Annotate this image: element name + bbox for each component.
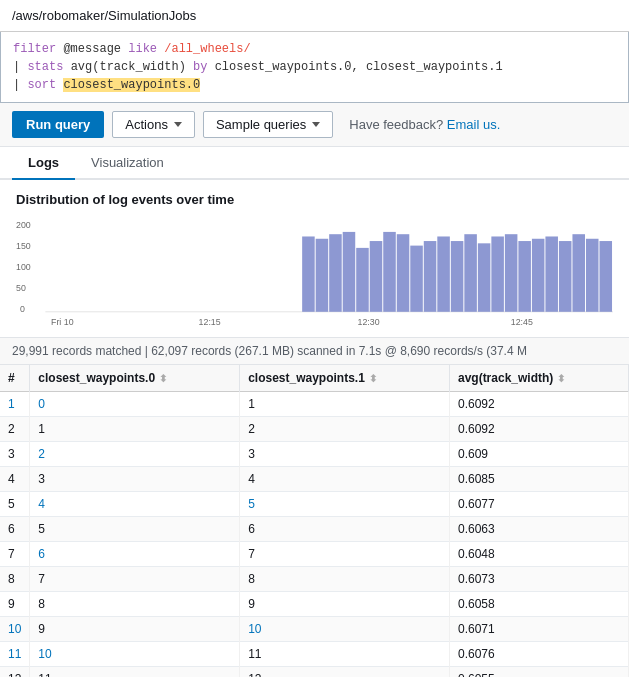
- chart-container: 200 150 100 50 0 Fri 1012:1512:3012:45: [16, 215, 613, 325]
- cell-wp1: 6: [240, 517, 450, 542]
- svg-rect-18: [464, 234, 477, 312]
- cell-wp1[interactable]: 10: [240, 617, 450, 642]
- cell-wp0[interactable]: 2: [30, 442, 240, 467]
- cell-avg: 0.6071: [449, 617, 628, 642]
- svg-rect-14: [410, 246, 423, 312]
- col-header-avg[interactable]: avg(track_width) ⬍: [449, 365, 628, 392]
- svg-rect-26: [572, 234, 585, 312]
- cell-num: 12: [0, 667, 30, 678]
- svg-text:12:45: 12:45: [511, 317, 533, 325]
- cell-num[interactable]: 10: [0, 617, 30, 642]
- stats-bar: 29,991 records matched | 62,097 records …: [0, 338, 629, 365]
- table-row: 3230.609: [0, 442, 629, 467]
- table-row: 6560.6063: [0, 517, 629, 542]
- sample-queries-label: Sample queries: [216, 117, 306, 132]
- table-row: 5450.6077: [0, 492, 629, 517]
- tab-visualization[interactable]: Visualization: [75, 147, 180, 180]
- table-row: 109100.6071: [0, 617, 629, 642]
- svg-text:12:15: 12:15: [199, 317, 221, 325]
- svg-rect-12: [383, 232, 396, 312]
- cell-wp1: 1: [240, 392, 450, 417]
- cell-wp1[interactable]: 5: [240, 492, 450, 517]
- cell-num: 3: [0, 442, 30, 467]
- table-body: 1010.60922120.60923230.6094340.60855450.…: [0, 392, 629, 678]
- svg-text:50: 50: [16, 282, 26, 293]
- col-header-wp0[interactable]: closest_waypoints.0 ⬍: [30, 365, 240, 392]
- table-row: 2120.6092: [0, 417, 629, 442]
- svg-rect-23: [532, 239, 545, 312]
- cell-wp0: 8: [30, 592, 240, 617]
- svg-text:12:30: 12:30: [358, 317, 380, 325]
- results-table: # closest_waypoints.0 ⬍ closest_waypoint…: [0, 365, 629, 677]
- table-header-row: # closest_waypoints.0 ⬍ closest_waypoint…: [0, 365, 629, 392]
- cell-num[interactable]: 1: [0, 392, 30, 417]
- chart-title: Distribution of log events over time: [16, 192, 613, 207]
- svg-rect-8: [329, 234, 342, 312]
- cell-avg: 0.6063: [449, 517, 628, 542]
- svg-rect-16: [437, 236, 450, 311]
- svg-text:0: 0: [20, 303, 25, 314]
- col-header-wp1[interactable]: closest_waypoints.1 ⬍: [240, 365, 450, 392]
- svg-text:150: 150: [16, 241, 31, 252]
- sample-queries-button[interactable]: Sample queries: [203, 111, 333, 138]
- cell-wp1: 8: [240, 567, 450, 592]
- stats-text: 29,991 records matched | 62,097 records …: [12, 344, 527, 358]
- path-text: /aws/robomaker/SimulationJobs: [12, 8, 196, 23]
- svg-rect-28: [599, 241, 612, 312]
- svg-rect-9: [343, 232, 356, 312]
- sort-icon-avg: ⬍: [557, 373, 565, 384]
- cell-wp0[interactable]: 6: [30, 542, 240, 567]
- cell-wp0: 5: [30, 517, 240, 542]
- cell-num: 4: [0, 467, 30, 492]
- cell-avg: 0.6048: [449, 542, 628, 567]
- tabs-bar: Logs Visualization: [0, 147, 629, 180]
- chart-area: Distribution of log events over time 200…: [0, 180, 629, 338]
- cell-num: 6: [0, 517, 30, 542]
- path-bar: /aws/robomaker/SimulationJobs: [0, 0, 629, 32]
- cell-num: 2: [0, 417, 30, 442]
- cell-wp0[interactable]: 4: [30, 492, 240, 517]
- cell-avg: 0.6092: [449, 417, 628, 442]
- cell-wp1: 9: [240, 592, 450, 617]
- svg-rect-13: [397, 234, 410, 312]
- svg-rect-27: [586, 239, 599, 312]
- sort-icon-wp1: ⬍: [369, 373, 377, 384]
- cell-num: 9: [0, 592, 30, 617]
- cell-avg: 0.6058: [449, 592, 628, 617]
- query-line2: | stats avg(track_width) by closest_wayp…: [13, 58, 616, 76]
- cell-wp0: 7: [30, 567, 240, 592]
- svg-rect-6: [302, 236, 315, 311]
- svg-rect-21: [505, 234, 518, 312]
- svg-text:Fri 10: Fri 10: [51, 317, 74, 325]
- cell-num: 7: [0, 542, 30, 567]
- cell-num: 5: [0, 492, 30, 517]
- cell-num[interactable]: 11: [0, 642, 30, 667]
- query-editor[interactable]: filter @message like /all_wheels/ | stat…: [0, 32, 629, 103]
- cell-wp0[interactable]: 0: [30, 392, 240, 417]
- cell-wp1: 2: [240, 417, 450, 442]
- cell-wp0: 3: [30, 467, 240, 492]
- cell-avg: 0.6077: [449, 492, 628, 517]
- actions-chevron-icon: [174, 122, 182, 127]
- cell-wp0: 9: [30, 617, 240, 642]
- cell-wp0: 11: [30, 667, 240, 678]
- cell-avg: 0.6073: [449, 567, 628, 592]
- toolbar: Run query Actions Sample queries Have fe…: [0, 103, 629, 147]
- actions-label: Actions: [125, 117, 168, 132]
- cell-avg: 0.6055: [449, 667, 628, 678]
- table-row: 7670.6048: [0, 542, 629, 567]
- email-link[interactable]: Email us.: [447, 117, 500, 132]
- cell-wp0: 1: [30, 417, 240, 442]
- svg-rect-20: [491, 236, 504, 311]
- cell-wp1: 11: [240, 642, 450, 667]
- query-line1: filter @message like /all_wheels/: [13, 40, 616, 58]
- cell-wp0[interactable]: 10: [30, 642, 240, 667]
- cell-wp1: 12: [240, 667, 450, 678]
- actions-button[interactable]: Actions: [112, 111, 195, 138]
- tab-logs[interactable]: Logs: [12, 147, 75, 180]
- table-row: 9890.6058: [0, 592, 629, 617]
- svg-rect-24: [545, 236, 558, 311]
- run-query-button[interactable]: Run query: [12, 111, 104, 138]
- svg-rect-17: [451, 241, 464, 312]
- cell-avg: 0.609: [449, 442, 628, 467]
